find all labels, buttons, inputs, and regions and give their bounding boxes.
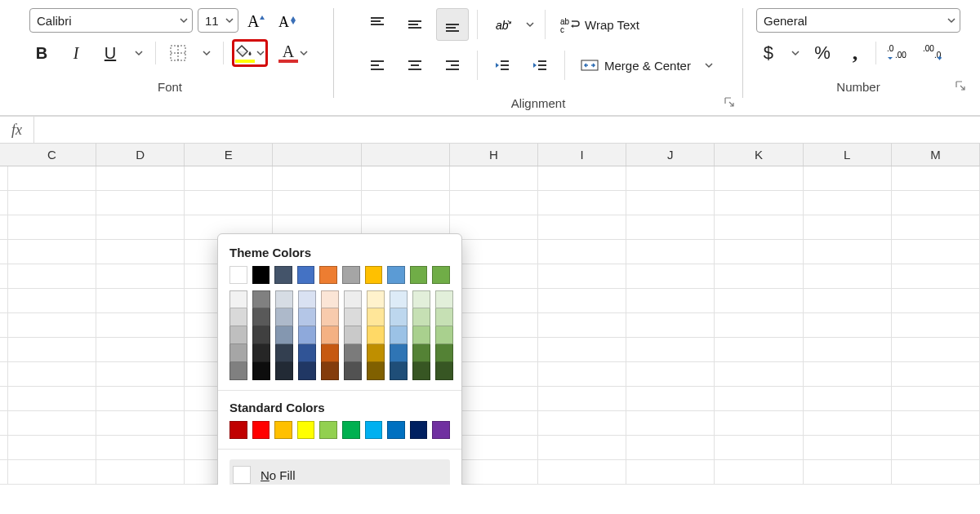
color-swatch[interactable] [412,308,430,326]
column-header[interactable]: L [804,144,892,166]
cell[interactable] [715,460,803,485]
column-header[interactable]: K [715,144,803,166]
cell[interactable] [626,436,715,460]
cell[interactable] [8,264,96,289]
color-swatch[interactable] [344,326,362,344]
cell[interactable] [892,338,980,362]
formula-input[interactable] [34,117,980,143]
orientation-button[interactable]: ab [486,8,519,41]
cell[interactable] [804,166,892,191]
cell[interactable] [892,215,980,240]
increase-font-size-button[interactable]: A [243,8,270,33]
cell[interactable] [538,240,626,264]
cell[interactable] [8,313,96,338]
cell[interactable] [96,289,185,313]
cell[interactable] [362,191,450,215]
color-swatch[interactable] [412,326,430,344]
cell[interactable] [715,313,803,338]
color-swatch[interactable] [298,362,316,380]
column-header[interactable]: J [626,144,715,166]
cell[interactable] [538,362,626,387]
number-format-combo[interactable]: General [756,8,960,33]
cell[interactable] [715,289,803,313]
cell[interactable] [892,411,980,436]
color-swatch[interactable] [410,266,428,284]
orientation-dropdown[interactable] [523,12,537,37]
color-swatch[interactable] [367,326,385,344]
cell[interactable] [538,460,626,485]
cell[interactable] [715,436,803,460]
color-swatch[interactable] [342,266,360,284]
color-swatch[interactable] [344,290,362,308]
cell[interactable] [626,289,715,313]
cell[interactable] [96,411,185,436]
cell[interactable] [715,166,803,191]
cell[interactable] [8,338,96,362]
color-swatch[interactable] [321,326,339,344]
cell[interactable] [538,338,626,362]
color-swatch[interactable] [435,308,453,326]
dialog-launcher-icon[interactable] [954,79,967,92]
color-swatch[interactable] [297,421,315,439]
cell[interactable] [626,166,715,191]
decrease-indent-button[interactable] [486,49,519,82]
cell[interactable] [362,166,450,191]
cell[interactable] [804,436,892,460]
color-swatch[interactable] [412,362,430,380]
cell[interactable] [450,313,538,338]
color-swatch[interactable] [321,308,339,326]
cell[interactable] [185,166,273,191]
cell[interactable] [96,313,185,338]
cell[interactable] [626,387,715,411]
cell[interactable] [450,387,538,411]
cell[interactable] [8,411,96,436]
color-swatch[interactable] [274,266,292,284]
color-swatch[interactable] [412,290,430,308]
cell[interactable] [804,191,892,215]
fill-color-button[interactable] [234,41,266,65]
font-name-combo[interactable]: Calibri [29,8,193,33]
percent-button[interactable]: % [810,41,835,65]
color-swatch[interactable] [390,290,408,308]
cell[interactable] [804,387,892,411]
font-size-combo[interactable]: 11 [198,8,238,33]
cell[interactable] [804,264,892,289]
cell[interactable] [450,436,538,460]
color-swatch[interactable] [344,362,362,380]
color-swatch[interactable] [275,326,293,344]
color-swatch[interactable] [390,308,408,326]
align-top-button[interactable] [361,8,394,41]
color-swatch[interactable] [229,266,247,284]
cell[interactable] [450,264,538,289]
cell[interactable] [804,338,892,362]
cell[interactable] [804,362,892,387]
comma-style-button[interactable]: , [843,41,867,65]
cell[interactable] [892,436,980,460]
cell[interactable] [96,166,185,191]
currency-dropdown[interactable] [789,41,802,65]
cell[interactable] [8,191,96,215]
underline-button[interactable]: U [98,41,122,65]
color-swatch[interactable] [252,308,270,326]
color-swatch[interactable] [342,421,360,439]
cell[interactable] [538,313,626,338]
cell[interactable] [626,191,715,215]
column-header[interactable]: H [450,144,538,166]
cell[interactable] [96,362,185,387]
align-center-button[interactable] [399,49,431,82]
cell[interactable] [804,313,892,338]
cell[interactable] [715,215,803,240]
color-swatch[interactable] [435,290,453,308]
color-swatch[interactable] [298,344,316,362]
cell[interactable] [715,411,803,436]
font-color-button[interactable]: A [276,41,310,65]
color-swatch[interactable] [367,290,385,308]
color-swatch[interactable] [344,344,362,362]
column-header[interactable]: C [8,144,96,166]
color-swatch[interactable] [367,344,385,362]
color-swatch[interactable] [275,344,293,362]
color-swatch[interactable] [365,266,383,284]
cell[interactable] [538,264,626,289]
column-header[interactable]: D [96,144,185,166]
no-fill-item[interactable]: No Fill [229,459,450,485]
